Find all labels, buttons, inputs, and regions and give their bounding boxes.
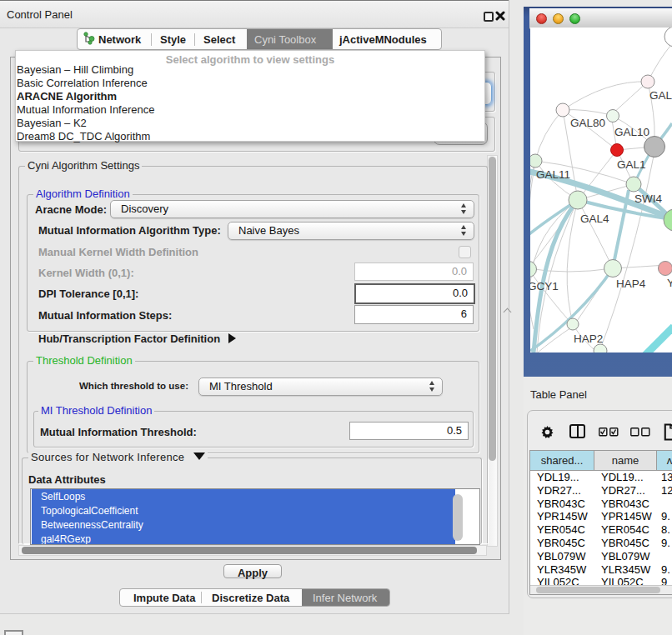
svg-text:HAP2: HAP2 bbox=[574, 332, 603, 345]
svg-text:GAL11: GAL11 bbox=[536, 168, 570, 181]
svg-text:GAL7: GAL7 bbox=[649, 89, 672, 102]
svg-text:GCY1: GCY1 bbox=[530, 280, 559, 292]
svg-text:GAL80: GAL80 bbox=[570, 117, 605, 129]
svg-text:GAL4: GAL4 bbox=[580, 212, 609, 225]
svg-text:Y: Y bbox=[667, 277, 672, 289]
svg-text:SWI4: SWI4 bbox=[634, 192, 662, 205]
svg-text:HAP4: HAP4 bbox=[616, 278, 646, 290]
svg-text:GAL10: GAL10 bbox=[614, 126, 649, 138]
svg-text:GAL1: GAL1 bbox=[617, 158, 646, 171]
